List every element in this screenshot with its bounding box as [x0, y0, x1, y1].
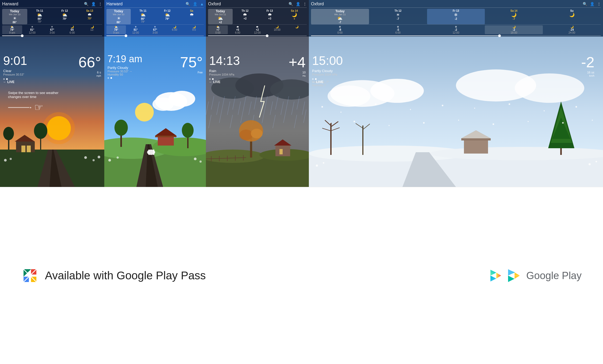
- svg-rect-111: [362, 126, 363, 155]
- svg-point-130: [423, 122, 425, 124]
- search-icon-2[interactable]: 🔍: [186, 2, 190, 6]
- forecast-sa14-4[interactable]: Sa 14 🌙 -7: [485, 9, 543, 24]
- svg-rect-29: [158, 136, 174, 146]
- svg-point-33: [114, 120, 128, 136]
- svg-point-131: [458, 120, 459, 121]
- city-name-1: Harward: [2, 2, 18, 6]
- svg-rect-106: [330, 123, 332, 155]
- profile-icon-1[interactable]: 👤: [91, 2, 96, 6]
- svg-point-136: [316, 165, 318, 167]
- svg-marker-149: [496, 273, 501, 279]
- svg-marker-147: [490, 270, 496, 276]
- forecast-fr12-2[interactable]: Fr 12 ⛅ 79°: [155, 9, 179, 24]
- svg-rect-8: [21, 146, 25, 152]
- svg-point-42: [199, 161, 202, 163]
- menu-icon-4[interactable]: ⋮: [597, 2, 601, 6]
- profile-icon-4[interactable]: 👤: [590, 2, 594, 6]
- svg-rect-85: [279, 149, 283, 154]
- forecast-sa14-3[interactable]: Sa 14 🌙 +: [282, 9, 307, 24]
- svg-point-124: [509, 103, 510, 105]
- svg-point-22: [152, 97, 174, 111]
- svg-point-119: [340, 112, 341, 113]
- menu-icon-3[interactable]: ⋮: [303, 2, 307, 6]
- svg-point-2: [43, 112, 75, 144]
- svg-point-39: [108, 159, 111, 162]
- forecast-fr13-3[interactable]: Fr 13 🌧 +3: [258, 9, 282, 24]
- forecast-fr12-1[interactable]: Fr 12 ⛅ 79°: [52, 9, 77, 24]
- svg-rect-83: [275, 146, 290, 156]
- forecast-th12-4[interactable]: Th 12 ☀ -7: [369, 9, 427, 24]
- main-temp-1: 66°: [78, 53, 101, 71]
- forecast-today-1[interactable]: Today We Jun 10 ☀ 86°: [2, 9, 27, 24]
- forecast-fr13-4[interactable]: Fr 13 ❄ -2: [427, 9, 485, 24]
- svg-point-82: [251, 129, 263, 138]
- forecast-today-2[interactable]: Today We Jun 10 ☀ 86°: [106, 9, 131, 24]
- svg-marker-153: [508, 269, 514, 276]
- play-pass-section: Available with Google Play Pass: [21, 267, 206, 284]
- search-icon-3[interactable]: 🔍: [289, 2, 293, 6]
- play-pass-icon: [21, 267, 39, 284]
- google-play-logo: [507, 268, 522, 283]
- svg-point-15: [10, 158, 12, 160]
- forecast-th12-3[interactable]: Th 12 🌧 +2: [233, 9, 257, 24]
- live-btn-4[interactable]: ← LIVE: [312, 80, 323, 84]
- search-icon-4[interactable]: 🔍: [583, 2, 587, 6]
- svg-point-23: [135, 103, 154, 122]
- city-name-3: Oxford: [208, 2, 221, 6]
- svg-point-127: [330, 122, 331, 123]
- forecast-today-3[interactable]: Today We Oct 11 ⛅ +2: [208, 9, 233, 24]
- svg-marker-154: [508, 276, 514, 282]
- svg-point-16: [84, 156, 87, 159]
- svg-point-120: [375, 103, 377, 105]
- live-btn-1[interactable]: ← LIVE: [3, 80, 14, 84]
- svg-point-14: [4, 159, 7, 162]
- forecast-sa-2[interactable]: Sa 🌧: [179, 9, 204, 24]
- svg-point-18: [98, 156, 100, 158]
- wind-speed-1: 6 Smph: [78, 71, 101, 77]
- main-temp-3: +4: [289, 53, 306, 71]
- forecast-sa13-1[interactable]: Sa 13 🌧 70°: [77, 9, 102, 24]
- profile-icon-3[interactable]: 👤: [296, 2, 300, 6]
- svg-point-128: [354, 121, 355, 122]
- main-condition-3: Rain: [209, 69, 240, 73]
- forecast-today-4[interactable]: Today We Jan 11 ⛅ -7: [311, 9, 369, 24]
- svg-point-137: [323, 162, 324, 164]
- main-temp-2: 75°: [180, 53, 203, 71]
- main-condition-2: Partly Cloudy: [107, 66, 142, 70]
- svg-rect-103: [461, 138, 491, 140]
- forecast-th11-2[interactable]: Th 11 ⛅ 86° 79°: [131, 9, 155, 24]
- main-pressure-4: Pressure 1034 hPa: [312, 73, 343, 76]
- forecast-su-4[interactable]: Su 🌙: [543, 9, 601, 24]
- svg-point-139: [596, 161, 597, 162]
- svg-point-40: [117, 156, 119, 159]
- main-pressure-1: Pressure 30.53": [3, 73, 27, 76]
- main-time-2: 7:19 am: [107, 53, 142, 65]
- google-play-section: Google Play: [489, 268, 582, 283]
- svg-rect-102: [464, 139, 488, 154]
- svg-point-138: [589, 163, 591, 165]
- svg-point-121: [410, 109, 411, 110]
- svg-point-134: [562, 122, 564, 124]
- svg-rect-38: [148, 150, 149, 155]
- svg-point-41: [194, 158, 197, 160]
- forecast-th11-1[interactable]: Th 11 ⛅ 86° 79°: [27, 9, 52, 24]
- google-play-icon: [489, 269, 503, 283]
- menu-icon-1[interactable]: ⋮: [98, 2, 102, 6]
- search-icon-1[interactable]: 🔍: [84, 2, 89, 6]
- svg-rect-9: [27, 146, 31, 152]
- svg-point-35: [182, 123, 194, 138]
- svg-rect-30: [155, 136, 176, 137]
- menu-icon-2[interactable]: ▲: [200, 2, 204, 6]
- live-btn-3[interactable]: ← LIVE: [209, 80, 220, 84]
- svg-point-126: [575, 106, 577, 108]
- svg-rect-37: [153, 150, 154, 155]
- city-name-4: Oxford: [311, 2, 324, 6]
- main-time-4: 15:00: [312, 53, 343, 68]
- svg-point-118: [321, 106, 323, 108]
- main-temp-4: -2: [581, 53, 594, 71]
- main-time-1: 9:01: [3, 53, 27, 68]
- google-play-text: Google Play: [526, 270, 582, 281]
- profile-icon-2[interactable]: 👤: [193, 2, 197, 6]
- svg-point-17: [93, 159, 95, 161]
- svg-point-125: [544, 110, 545, 111]
